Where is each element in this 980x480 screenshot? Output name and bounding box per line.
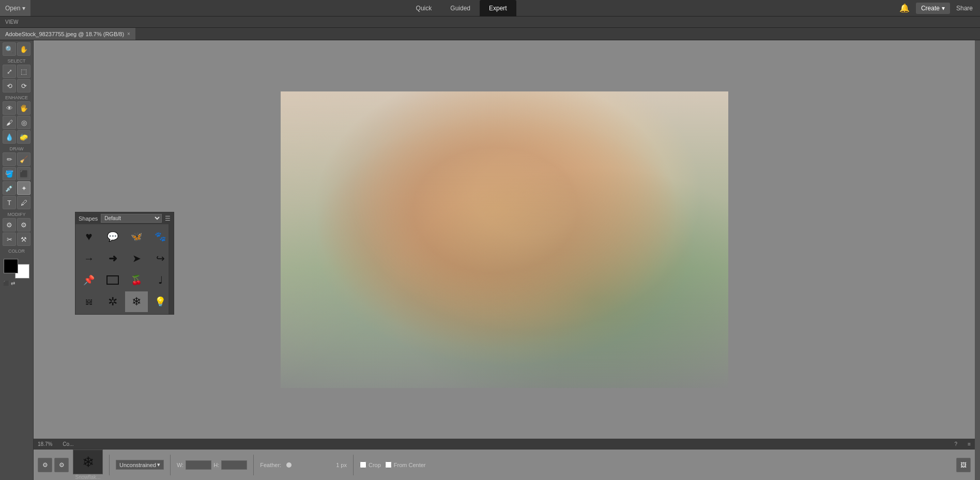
- shape-cherries[interactable]: 🍒: [125, 270, 148, 290]
- eyedropper-tool[interactable]: 💉: [3, 181, 16, 195]
- shape-type-dropdown[interactable]: Unconstrained ▾: [116, 460, 164, 470]
- enhance-row3: 💧 🧽: [3, 130, 30, 144]
- modify-row1: ⚙ ⚙: [3, 218, 30, 231]
- color-section: ⬛ ⇄: [0, 255, 33, 288]
- bottom-canvas-btn[interactable]: 🖼: [956, 458, 971, 472]
- shapes-menu-icon[interactable]: ☰: [165, 215, 171, 222]
- height-label: H:: [213, 462, 219, 468]
- color-reset-icons: ⬛ ⇄: [3, 281, 30, 286]
- nav-tabs: Quick Guided Expert: [407, 0, 516, 17]
- straighten-tool[interactable]: ⚙: [17, 218, 30, 231]
- lasso-tool[interactable]: ⟲: [3, 79, 16, 92]
- shape-arrow-filled[interactable]: ➤: [125, 248, 148, 269]
- create-button[interactable]: Create ▾: [916, 3, 950, 14]
- zoom-tool[interactable]: 🔍: [3, 42, 16, 56]
- share-button[interactable]: Share: [956, 5, 973, 12]
- swap-colors-icon[interactable]: ⇄: [11, 281, 15, 286]
- zoom-info: 18.7%: [38, 441, 52, 447]
- tab-expert[interactable]: Expert: [480, 0, 516, 17]
- dropdown-chevron-icon: ▾: [157, 461, 160, 468]
- bottom-options-btn[interactable]: ⚙: [54, 458, 69, 472]
- file-tab-close[interactable]: ×: [127, 31, 130, 37]
- file-tab-name: AdobeStock_98237755.jpeg @ 18.7% (RGB/8): [5, 31, 124, 37]
- help-icon[interactable]: ?: [955, 441, 958, 447]
- default-colors-icon[interactable]: ⬛: [3, 281, 9, 286]
- hand-tool[interactable]: ✋: [17, 42, 30, 56]
- move2-tool[interactable]: ⚒: [17, 233, 30, 246]
- sponge-tool[interactable]: 🧽: [17, 130, 30, 144]
- crop-tool[interactable]: ⚙: [3, 218, 16, 231]
- shape-pin[interactable]: 📌: [78, 270, 100, 290]
- feather-slider-handle[interactable]: [286, 462, 292, 468]
- recompose-tool[interactable]: ✂: [3, 233, 16, 246]
- feather-slider[interactable]: [285, 464, 332, 466]
- snowflake-preview-icon: ❄: [82, 454, 94, 471]
- shape-snowflake[interactable]: ❄: [125, 291, 148, 312]
- gradient-tool[interactable]: ⬛: [17, 167, 30, 180]
- shape-heart[interactable]: ♥: [78, 226, 100, 247]
- bottom-tool-group-left: ⚙ ⚙: [38, 458, 69, 472]
- divider-1: [109, 455, 110, 475]
- tab-quick[interactable]: Quick: [407, 0, 441, 17]
- shape-grass[interactable]: 𝍆: [78, 291, 100, 312]
- shape-panel-scrollbar[interactable]: [169, 224, 174, 314]
- bottom-settings-btn[interactable]: ⚙: [38, 458, 52, 472]
- shape-starburst[interactable]: ✲: [101, 291, 124, 312]
- shape-preview-group: ❄ Snowflak...: [73, 450, 103, 480]
- open-chevron-icon: ▾: [22, 5, 25, 12]
- tab-guided[interactable]: Guided: [441, 0, 480, 17]
- width-input[interactable]: [186, 460, 211, 470]
- canvas-image[interactable]: [281, 91, 728, 388]
- draw-row1: ✏ 🧹: [3, 152, 30, 166]
- color-info: Co...: [63, 441, 73, 447]
- clone-tool[interactable]: 🖌: [3, 116, 16, 129]
- left-toolbar: 🔍 ✋ SELECT ⤢ ⬚ ⟲ ⟳ ENHANCE 👁 🖐 🖌 ◎ 💧 🧽 D…: [0, 40, 34, 480]
- draw-row2: 🪣 ⬛: [3, 167, 30, 180]
- shape-rectangle[interactable]: [101, 270, 124, 290]
- shape-tool[interactable]: ✦: [17, 181, 30, 195]
- dropper-tool[interactable]: 💧: [3, 130, 16, 144]
- eye-tool[interactable]: 👁: [3, 101, 16, 115]
- from-center-checkbox[interactable]: [385, 461, 392, 468]
- shape-preview-box: ❄: [73, 450, 103, 474]
- shape-butterfly[interactable]: 🦋: [125, 226, 148, 247]
- top-right: 🔔 Create ▾ Share: [892, 3, 980, 14]
- bell-icon[interactable]: 🔔: [899, 3, 910, 13]
- file-tab[interactable]: AdobeStock_98237755.jpeg @ 18.7% (RGB/8)…: [0, 28, 135, 40]
- foreground-color-swatch[interactable]: [4, 259, 18, 273]
- shape-arrow-bold[interactable]: ➜: [101, 248, 124, 269]
- pencil-tool[interactable]: ✏: [3, 152, 16, 166]
- height-input[interactable]: [221, 460, 247, 470]
- stamp-tool[interactable]: 🖐: [17, 101, 30, 115]
- fill-tool[interactable]: 🪣: [3, 167, 16, 180]
- paint-bucket-tool[interactable]: 🖊: [17, 196, 30, 209]
- magnetic-lasso-tool[interactable]: ⟳: [17, 79, 30, 92]
- feather-value: 1 px: [336, 462, 347, 468]
- feather-label: Feather:: [260, 462, 281, 468]
- divider-2: [170, 455, 171, 475]
- modify-section-label: MODIFY: [0, 210, 33, 218]
- shapes-preset-select[interactable]: Default: [101, 214, 162, 223]
- crop-checkbox[interactable]: [360, 461, 366, 468]
- divider-3: [253, 455, 254, 475]
- move-tool[interactable]: ⤢: [3, 65, 16, 78]
- bottom-menu-icon[interactable]: ≡: [968, 441, 971, 447]
- crop-label[interactable]: Crop: [369, 462, 381, 468]
- wh-inputs: W: H:: [177, 460, 247, 470]
- canvas-wrapper: Shapes Default ☰ ♥ 💬 🦋 🐾 →: [34, 40, 975, 439]
- view-tools: 🔍 ✋: [3, 42, 30, 56]
- color-swatches: [4, 259, 29, 278]
- text-tool[interactable]: T: [3, 196, 16, 209]
- shape-name-label: Snowflak...: [75, 474, 101, 480]
- shape-arrow-line[interactable]: →: [78, 248, 100, 269]
- color-section-label: COLOR: [0, 247, 33, 255]
- divider-4: [353, 455, 354, 475]
- blur-tool[interactable]: ◎: [17, 116, 30, 129]
- open-label: Open: [5, 5, 20, 12]
- shape-speech-bubble[interactable]: 💬: [101, 226, 124, 247]
- feather-group: Feather: 1 px: [260, 462, 347, 468]
- eraser-tool[interactable]: 🧹: [17, 152, 30, 166]
- marquee-tool[interactable]: ⬚: [17, 65, 30, 78]
- open-button[interactable]: Open ▾: [0, 0, 30, 16]
- from-center-label[interactable]: From Center: [394, 462, 426, 468]
